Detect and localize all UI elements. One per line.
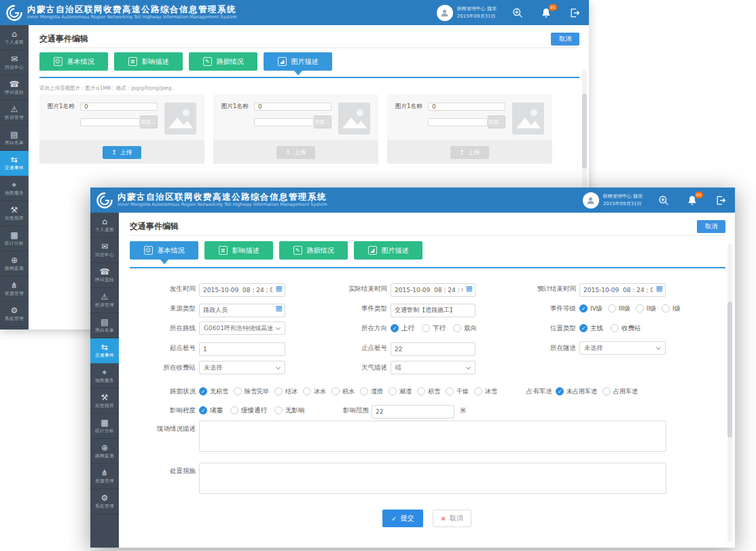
sidebar-item[interactable]: ⋔ 资源管理 <box>0 277 29 302</box>
sidebar-item[interactable]: ⇆ 交通事件 <box>0 151 29 176</box>
sidebar-item[interactable]: ⌂ 个人桌面 <box>0 25 29 50</box>
tab[interactable]: ✎ 路损情况 <box>279 241 348 260</box>
form-cancel-button[interactable]: 取消 <box>433 510 471 527</box>
scrollbar-thumb[interactable] <box>582 94 587 168</box>
tab[interactable]: ≣ 影响描述 <box>204 241 273 260</box>
sidebar-item[interactable]: ⇆ 交通事件 <box>90 338 119 363</box>
tab[interactable]: ◢ 图片描述 <box>264 52 332 71</box>
sidebar-item[interactable]: ✉ 消息中心 <box>0 50 29 75</box>
source-type-input[interactable] <box>199 304 285 317</box>
browse-button[interactable]: 浏览 ... <box>488 115 505 128</box>
upload-button[interactable]: 上传 <box>103 146 141 159</box>
sidebar-item[interactable]: ⚙ 系统管理 <box>90 489 119 514</box>
radio-option[interactable]: IV级 <box>579 304 602 313</box>
sidebar-item[interactable]: ⋔ 资源管理 <box>90 464 119 489</box>
scrollbar[interactable] <box>727 244 732 542</box>
zoom-search-icon[interactable] <box>512 7 523 18</box>
radio-option[interactable]: I级 <box>662 304 681 313</box>
calendar-icon[interactable] <box>276 304 283 313</box>
measures-textarea[interactable] <box>199 463 666 494</box>
submit-button[interactable]: 提交 <box>382 510 422 527</box>
radio-option[interactable]: 主线 <box>579 324 603 333</box>
radio-option[interactable]: 未占用车道 <box>556 387 597 396</box>
sidebar-item[interactable]: ⚒ 应急指挥 <box>0 201 29 226</box>
image-name-input[interactable] <box>428 103 505 111</box>
end-stake-input[interactable] <box>391 342 475 356</box>
route-select[interactable]: G0601呼和浩特绕城高速 <box>199 321 285 335</box>
tab[interactable]: ☺ 基本情况 <box>130 241 198 260</box>
tab[interactable]: ≣ 影响描述 <box>114 52 183 71</box>
radio-option[interactable]: 冰水 <box>303 387 326 396</box>
sidebar-item[interactable]: ⚙ 系统管理 <box>0 302 29 327</box>
calendar-icon[interactable] <box>656 284 663 294</box>
sidebar-item[interactable]: ⚠ 投诉管理 <box>0 101 29 126</box>
sidebar-item[interactable]: ⌖ 地图服务 <box>0 176 29 201</box>
tab[interactable]: ✎ 路损情况 <box>189 52 257 71</box>
avatar <box>437 5 453 21</box>
image-name-input[interactable] <box>80 103 158 111</box>
file-path-input[interactable] <box>428 118 488 126</box>
image-name-input[interactable] <box>254 103 331 111</box>
sidebar-item[interactable]: ⚒ 应急指挥 <box>90 389 119 414</box>
scene-desc-textarea[interactable] <box>199 421 666 452</box>
calendar-icon[interactable] <box>466 284 473 294</box>
scrollbar-thumb[interactable] <box>727 302 732 438</box>
cancel-button[interactable]: 取消 <box>551 33 579 46</box>
browse-button[interactable]: 浏览 ... <box>314 115 331 128</box>
toll-station-select[interactable]: 未选择 <box>199 361 285 374</box>
actual-end-input[interactable] <box>391 283 475 297</box>
radio-option[interactable]: 堵塞 <box>199 406 223 415</box>
notification-bell-icon[interactable]: 01 <box>687 195 698 206</box>
file-path-input[interactable] <box>254 118 314 126</box>
sidebar-item[interactable]: ☎ 呼叫流转 <box>0 75 29 101</box>
impact-range-input[interactable] <box>372 405 454 419</box>
sidebar-item[interactable]: ▦ 统计分析 <box>90 414 119 439</box>
sidebar-item[interactable]: ⌂ 个人桌面 <box>90 213 119 238</box>
radio-option[interactable]: 下行 <box>422 324 446 333</box>
tunnel-select[interactable]: 未选择 <box>579 341 666 355</box>
notification-bell-icon[interactable]: 01 <box>541 7 552 18</box>
user-info[interactable]: 联网管理中心 魏华 2015年09月31日 <box>583 192 643 209</box>
logout-icon[interactable] <box>569 7 580 18</box>
weather-select[interactable]: 晴 <box>391 361 475 374</box>
radio-option[interactable]: 结冰 <box>274 387 298 396</box>
file-path-input[interactable] <box>80 118 140 126</box>
tab[interactable]: ☺ 基本情况 <box>39 52 108 71</box>
radio-option[interactable]: 占用车道 <box>602 387 638 396</box>
expect-end-input[interactable] <box>579 283 666 297</box>
radio-option[interactable]: 干燥 <box>446 387 469 396</box>
zoom-search-icon[interactable] <box>658 195 669 206</box>
cancel-button[interactable]: 取消 <box>697 220 725 233</box>
radio-option[interactable]: 收费站 <box>611 324 641 333</box>
radio-option[interactable]: 潮湿 <box>389 387 412 396</box>
user-info[interactable]: 联网管理中心 魏华 2015年09月31日 <box>437 5 497 21</box>
sidebar-item[interactable]: ⊕ 路网监测 <box>0 251 29 277</box>
sidebar-item[interactable]: ⌖ 地图服务 <box>90 363 119 389</box>
radio-option[interactable]: 双向 <box>453 324 477 333</box>
sidebar-item[interactable]: ☎ 呼叫流转 <box>90 263 119 288</box>
sidebar-item[interactable]: ✉ 消息中心 <box>90 238 119 263</box>
start-stake-input[interactable] <box>199 342 285 356</box>
logout-icon[interactable] <box>715 195 726 206</box>
sidebar-item[interactable]: ▦ 统计分析 <box>0 226 29 251</box>
sidebar-item[interactable]: ▤ 黑白名单 <box>0 126 29 151</box>
sidebar-item[interactable]: ⊕ 路网监测 <box>90 439 119 464</box>
event-type-input[interactable] <box>391 304 475 317</box>
radio-option[interactable]: 上行 <box>391 324 414 333</box>
occur-time-input[interactable] <box>199 283 285 297</box>
tab[interactable]: ◢ 图片描述 <box>354 241 422 260</box>
sidebar-item[interactable]: ▤ 黑白名单 <box>90 313 119 338</box>
sidebar-item[interactable]: ⚠ 投诉管理 <box>90 288 119 313</box>
radio-option[interactable]: III级 <box>608 304 630 313</box>
radio-option[interactable]: 积雪 <box>417 387 440 396</box>
radio-option[interactable]: 缓慢通行 <box>230 406 267 415</box>
upload-button[interactable]: 上传 <box>450 146 489 159</box>
radio-option[interactable]: 无积雪 <box>199 387 228 396</box>
calendar-icon[interactable] <box>276 284 283 294</box>
radio-option[interactable]: 积水 <box>331 387 355 396</box>
browse-button[interactable]: 浏览 ... <box>140 115 158 128</box>
radio-option[interactable]: 除雪完毕 <box>234 387 269 396</box>
radio-option[interactable]: 湿滑 <box>360 387 383 396</box>
upload-button[interactable]: 上传 <box>276 146 315 159</box>
radio-option[interactable]: II级 <box>636 304 656 313</box>
